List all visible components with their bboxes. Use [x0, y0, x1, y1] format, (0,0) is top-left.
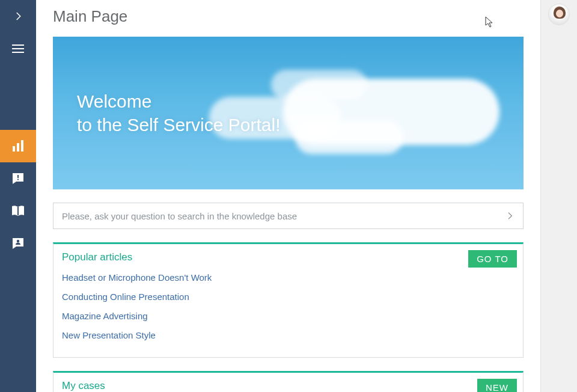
popular-articles-panel: Popular articles GO TO Headset or Microp…	[53, 242, 524, 358]
new-button[interactable]: NEW	[477, 379, 517, 392]
sidebar-menu-button[interactable]	[0, 32, 36, 65]
welcome-banner: Welcome to the Self Service Portal!	[53, 37, 524, 189]
sidebar-analytics-button[interactable]	[0, 130, 36, 162]
page-title: Main Page	[36, 0, 540, 37]
avatar[interactable]	[548, 4, 570, 25]
sidebar	[0, 0, 36, 392]
banner-line1: Welcome	[77, 90, 281, 113]
search-submit-button[interactable]	[496, 203, 523, 228]
article-link[interactable]: New Presentation Style	[62, 328, 514, 343]
panel-title-popular: Popular articles	[62, 251, 514, 263]
svg-rect-2	[12, 52, 24, 53]
svg-rect-5	[21, 140, 23, 152]
chevron-right-icon	[505, 211, 514, 221]
svg-rect-7	[17, 179, 19, 180]
my-cases-panel: My cases NEW	[53, 371, 524, 392]
go-to-button[interactable]: GO TO	[468, 250, 517, 268]
sidebar-contact-button[interactable]	[0, 227, 36, 260]
article-link[interactable]: Headset or Microphone Doesn't Work	[62, 271, 514, 285]
banner-line2: to the Self Service Portal!	[77, 113, 281, 136]
svg-rect-8	[17, 207, 19, 215]
chevron-right-icon	[13, 11, 23, 22]
sidebar-expand-button[interactable]	[0, 0, 36, 32]
menu-icon	[11, 41, 25, 56]
svg-point-9	[17, 240, 19, 242]
search-input[interactable]	[53, 203, 496, 228]
svg-rect-3	[13, 146, 15, 152]
panel-title-cases: My cases	[62, 380, 514, 392]
bar-chart-icon	[11, 139, 25, 153]
alert-chat-icon	[11, 171, 25, 186]
sidebar-knowledge-button[interactable]	[0, 195, 36, 227]
article-link[interactable]: Magazine Advertising	[62, 309, 514, 323]
svg-rect-1	[12, 48, 24, 49]
svg-rect-0	[12, 44, 24, 46]
book-icon	[11, 204, 25, 218]
svg-rect-6	[17, 175, 19, 178]
search-row	[53, 203, 524, 229]
sidebar-feedback-button[interactable]	[0, 162, 36, 195]
article-link[interactable]: Conducting Online Presentation	[62, 290, 514, 304]
main-content: Main Page Welcome to the Self Service Po…	[36, 0, 541, 392]
banner-text: Welcome to the Self Service Portal!	[77, 90, 281, 136]
person-chat-icon	[11, 236, 25, 251]
svg-rect-4	[17, 143, 19, 152]
